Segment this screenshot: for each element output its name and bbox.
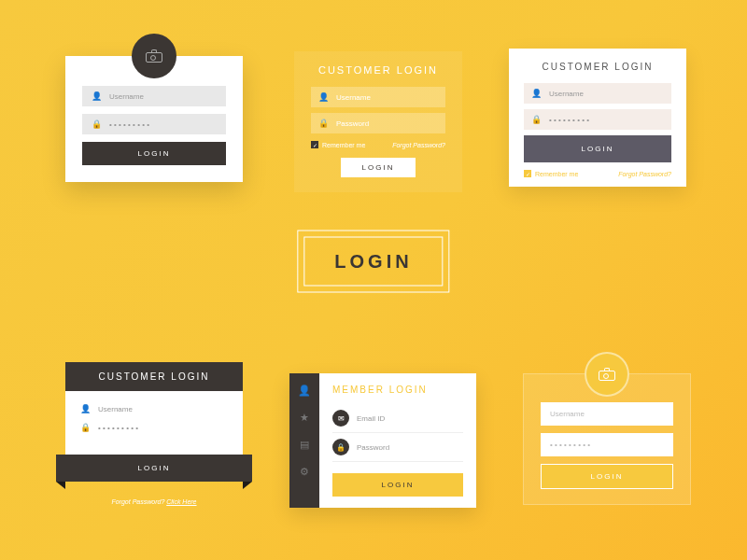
login-button[interactable]: LOGIN <box>332 473 463 497</box>
login-button[interactable]: LOGIN <box>541 464 673 489</box>
password-input[interactable]: 🔒• • • • • • • • • <box>80 423 228 432</box>
page-title-banner: LOGIN <box>297 231 449 293</box>
login-card-6: Username • • • • • • • • • LOGIN <box>523 373 691 505</box>
login-button[interactable]: LOGIN <box>524 135 671 162</box>
gear-icon[interactable]: ⚙ <box>300 466 309 478</box>
lock-icon: 🔒 <box>92 119 102 129</box>
login-button[interactable]: LOGIN <box>56 455 252 482</box>
login-card-4: CUSTOMER LOGIN 👤Username 🔒• • • • • • • … <box>65 362 243 505</box>
camera-icon <box>146 49 162 63</box>
password-value: • • • • • • • • • <box>550 441 590 449</box>
checkmark-icon: ✓ <box>311 141 318 148</box>
password-input[interactable]: 🔒Password <box>332 433 463 462</box>
login-button[interactable]: LOGIN <box>341 158 416 177</box>
options-row: ✓Remember me Forgot Password? <box>524 170 671 177</box>
user-icon: 👤 <box>531 89 542 98</box>
lock-icon: 🔒 <box>332 439 349 455</box>
password-value: • • • • • • • • • <box>109 120 149 129</box>
login-card-2: CUSTOMER LOGIN 👤Username 🔒Password ✓Reme… <box>294 51 462 192</box>
camera-icon <box>599 368 615 381</box>
login-card-3: CUSTOMER LOGIN 👤Username 🔒• • • • • • • … <box>509 49 686 187</box>
username-input[interactable]: Username <box>541 402 673 426</box>
email-input[interactable]: ✉Email ID <box>332 404 463 433</box>
forgot-password-link[interactable]: Forgot Password? <box>392 142 445 148</box>
username-input[interactable]: 👤Username <box>80 404 228 413</box>
username-input[interactable]: 👤Username <box>82 86 226 106</box>
card-title: CUSTOMER LOGIN <box>65 362 243 391</box>
username-input[interactable]: 👤Username <box>524 83 671 104</box>
username-input[interactable]: 👤Username <box>311 87 445 107</box>
remember-checkbox[interactable]: ✓Remember me <box>524 170 578 177</box>
password-input[interactable]: 🔒• • • • • • • • • <box>524 109 671 130</box>
card-title: CUSTOMER LOGIN <box>311 64 445 76</box>
placeholder-text: Username <box>109 92 144 101</box>
password-value: • • • • • • • • • <box>549 116 589 124</box>
placeholder-text: Username <box>98 405 133 413</box>
user-icon[interactable]: 👤 <box>298 385 311 397</box>
options-row: ✓Remember me Forgot Password? <box>311 141 445 148</box>
placeholder-text: Username <box>550 410 585 418</box>
lock-icon: 🔒 <box>318 119 329 128</box>
user-icon: 👤 <box>80 404 91 413</box>
page-title: LOGIN <box>334 251 412 272</box>
lock-icon: 🔒 <box>531 115 542 124</box>
avatar-badge <box>585 352 629 397</box>
checkmark-icon: ✓ <box>524 170 531 177</box>
clipboard-icon[interactable]: ▤ <box>300 439 309 451</box>
placeholder-text: Username <box>549 90 584 98</box>
password-input[interactable]: 🔒• • • • • • • • • <box>82 114 226 134</box>
placeholder-text: Password <box>336 119 369 128</box>
placeholder-text: Password <box>357 443 389 452</box>
mail-icon: ✉ <box>332 410 349 427</box>
sidebar: 👤 ★ ▤ ⚙ <box>289 373 319 508</box>
login-card-5: 👤 ★ ▤ ⚙ MEMBER LOGIN ✉Email ID 🔒Password… <box>289 373 476 508</box>
user-icon: 👤 <box>92 91 102 101</box>
star-icon[interactable]: ★ <box>300 412 309 424</box>
forgot-password-link[interactable]: Forgot Password? <box>618 171 671 177</box>
password-value: • • • • • • • • • <box>98 424 138 432</box>
password-input[interactable]: • • • • • • • • • <box>541 433 673 456</box>
remember-checkbox[interactable]: ✓Remember me <box>311 141 365 148</box>
user-icon: 👤 <box>318 92 329 102</box>
card-title: MEMBER LOGIN <box>332 385 463 395</box>
login-card-1: 👤Username 🔒• • • • • • • • • LOGIN <box>65 56 243 182</box>
placeholder-text: Username <box>336 93 371 102</box>
placeholder-text: Email ID <box>357 414 385 423</box>
password-input[interactable]: 🔒Password <box>311 113 445 133</box>
forgot-password-link[interactable]: Forgot Password? Click Here <box>65 498 243 505</box>
lock-icon: 🔒 <box>80 423 91 432</box>
card-title: CUSTOMER LOGIN <box>524 62 671 72</box>
login-button[interactable]: LOGIN <box>82 142 226 165</box>
avatar-badge <box>132 34 176 78</box>
